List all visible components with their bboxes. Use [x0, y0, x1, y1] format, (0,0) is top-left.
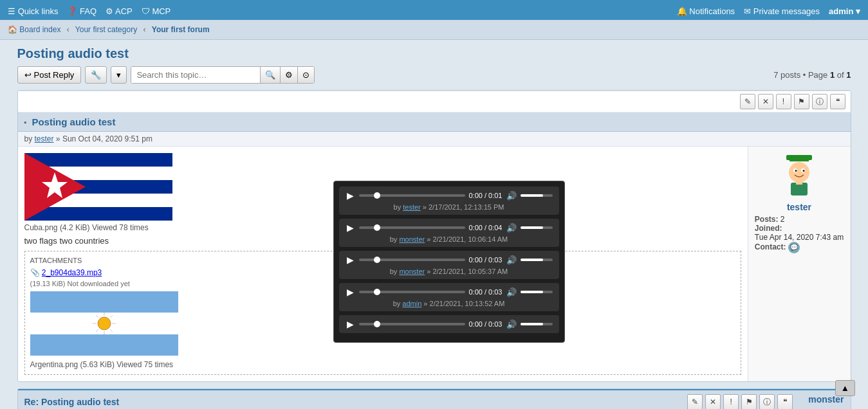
svg-point-21 — [789, 162, 809, 183]
audio-popup-scroll[interactable]: ▶ 0:00 / 0:01 🔊 by tester » 2/17/2021, 1… — [334, 181, 564, 342]
search-input[interactable] — [131, 67, 260, 83]
volume-icon-2: 🔊 — [506, 223, 517, 233]
post-reply-button[interactable]: ↩ Post Reply — [17, 66, 82, 84]
reply-warn-button[interactable]: ! — [723, 394, 739, 409]
notifications-link[interactable]: 🔔 Notifications — [677, 6, 735, 16]
sidebar-username[interactable]: tester — [787, 202, 811, 212]
audio-meta-2: by monster » 2/21/2021, 10:06:14 AM — [346, 235, 553, 243]
post-meta: by tester » Sun Oct 04, 2020 9:51 pm — [18, 132, 851, 147]
volume-bar-3[interactable] — [521, 259, 553, 261]
play-button-1[interactable]: ▶ — [346, 190, 355, 201]
argentina-flag-caption: Argentina.png (5.63 KiB) Viewed 75 times — [30, 360, 735, 369]
sidebar-user-info: Posts: 2 Joined: Tue Apr 14, 2020 7:43 a… — [755, 215, 844, 253]
play-button-3[interactable]: ▶ — [346, 255, 355, 265]
page-title: Posting audio test — [17, 46, 851, 61]
reply-quote-button[interactable]: ❝ — [777, 394, 793, 409]
settings-icon: ⚙ — [285, 70, 293, 80]
delete-button[interactable]: ✕ — [758, 94, 773, 109]
time-display-5: 0:00 / 0:03 — [469, 320, 503, 328]
mcp-link[interactable]: 🛡 MCP — [142, 6, 171, 16]
home-icon: 🏠 — [8, 25, 17, 34]
advanced-search-button[interactable]: ⚙ — [280, 67, 297, 83]
info-button[interactable]: ⓘ — [812, 94, 827, 109]
pagination: 7 posts • Page 1 of 1 — [773, 70, 851, 80]
contact-icon[interactable]: 💬 — [788, 242, 800, 253]
reply-report-button[interactable]: ⚑ — [741, 394, 757, 409]
faq-link[interactable]: ❓ FAQ — [67, 6, 97, 16]
reply-post-header: Re: Posting audio test ✎ ✕ ! ⚑ ⓘ ❝ monst… — [18, 389, 851, 409]
audio-controls-2: ▶ 0:00 / 0:04 🔊 — [346, 223, 553, 233]
audio-meta-1: by tester » 2/17/2021, 12:13:15 PM — [346, 203, 553, 211]
audio-controls-1: ▶ 0:00 / 0:01 🔊 — [346, 190, 553, 201]
audio-player-3: ▶ 0:00 / 0:03 🔊 by monster » 2/21/2021, … — [339, 251, 559, 279]
audio-controls-3: ▶ 0:00 / 0:03 🔊 — [346, 255, 553, 265]
tools-button[interactable]: 🔧 — [85, 66, 107, 84]
admin-user-link[interactable]: admin — [829, 6, 860, 16]
progress-bar-1[interactable] — [359, 194, 465, 197]
envelope-icon: ✉ — [744, 6, 751, 16]
shield-icon: 🛡 — [142, 6, 150, 16]
play-button-4[interactable]: ▶ — [346, 287, 355, 297]
time-display-1: 0:00 / 0:01 — [469, 192, 503, 199]
feed-button[interactable]: ⊙ — [297, 67, 314, 83]
paperclip-icon: 📎 — [30, 268, 40, 277]
search-submit-button[interactable]: 🔍 — [260, 67, 280, 83]
breadcrumb-forum[interactable]: Your first forum — [152, 25, 210, 34]
progress-bar-5[interactable] — [359, 323, 465, 325]
post-title: Posting audio test — [32, 116, 115, 127]
feed-icon: ⊙ — [302, 70, 309, 80]
progress-bar-4[interactable] — [359, 291, 465, 293]
volume-bar-2[interactable] — [521, 226, 553, 229]
progress-thumb-5 — [374, 321, 380, 327]
nav-left: ☰ Quick links ❓ FAQ ⚙ ACP 🛡 MCP — [8, 6, 171, 16]
volume-icon-4: 🔊 — [506, 287, 517, 297]
tools-dropdown-button[interactable]: ▾ — [111, 66, 127, 84]
argentina-flag-image — [30, 291, 178, 356]
reply-icon: ↩ — [24, 70, 32, 80]
reply-post-area: Re: Posting audio test ✎ ✕ ! ⚑ ⓘ ❝ monst… — [17, 388, 851, 409]
progress-bar-3[interactable] — [359, 259, 465, 261]
attachment-filename[interactable]: 2_b904da39.mp3 — [42, 268, 102, 277]
volume-bar-5[interactable] — [521, 323, 553, 325]
progress-bar-2[interactable] — [359, 226, 465, 229]
svg-rect-9 — [30, 334, 178, 356]
hamburger-icon: ☰ — [8, 6, 15, 16]
edit-button[interactable]: ✎ — [740, 94, 755, 109]
scroll-to-top-button[interactable]: ▲ — [835, 380, 855, 396]
breadcrumb-category[interactable]: Your first category — [75, 25, 137, 34]
audio-player-1: ▶ 0:00 / 0:01 🔊 by tester » 2/17/2021, 1… — [339, 186, 559, 215]
progress-thumb-2 — [374, 224, 380, 231]
reply-delete-button[interactable]: ✕ — [705, 394, 721, 409]
warn-button[interactable]: ! — [776, 94, 791, 109]
report-button[interactable]: ⚑ — [794, 94, 809, 109]
private-messages-link[interactable]: ✉ Private messages — [744, 6, 820, 16]
reply-edit-button[interactable]: ✎ — [687, 394, 703, 409]
post-icon: ▪ — [24, 118, 27, 126]
acp-link[interactable]: ⚙ ACP — [106, 6, 133, 16]
play-button-2[interactable]: ▶ — [346, 223, 355, 233]
volume-bar-4[interactable] — [521, 291, 553, 293]
quicklinks-btn[interactable]: ☰ Quick links — [8, 6, 58, 16]
quote-button[interactable]: ❝ — [830, 94, 845, 109]
time-display-3: 0:00 / 0:03 — [469, 256, 503, 264]
play-button-5[interactable]: ▶ — [346, 319, 355, 329]
wrench-icon: 🔧 — [91, 70, 101, 80]
nav-right: 🔔 Notifications ✉ Private messages admin — [677, 6, 860, 16]
svg-rect-27 — [796, 181, 802, 185]
reply-info-button[interactable]: ⓘ — [759, 394, 775, 409]
volume-bar-1[interactable] — [521, 194, 553, 197]
volume-fill-4 — [521, 291, 543, 293]
search-box-wrap: 🔍 ⚙ ⊙ — [131, 66, 315, 84]
audio-meta-4: by admin » 2/21/2021, 10:13:52 AM — [346, 300, 553, 307]
svg-rect-4 — [24, 207, 172, 221]
volume-fill-1 — [521, 194, 543, 197]
breadcrumb-sep-2: ‹ — [143, 25, 145, 34]
reply-author: monster — [808, 394, 844, 409]
cuba-flag-image — [24, 153, 172, 221]
svg-point-10 — [98, 317, 111, 330]
breadcrumb-sep-1: ‹ — [67, 25, 69, 34]
post-author-link[interactable]: tester — [35, 134, 54, 143]
post-date: Sun Oct 04, 2020 9:51 pm — [62, 134, 152, 143]
search-icon: 🔍 — [265, 70, 275, 80]
breadcrumb-board-index[interactable]: Board index — [19, 25, 60, 34]
